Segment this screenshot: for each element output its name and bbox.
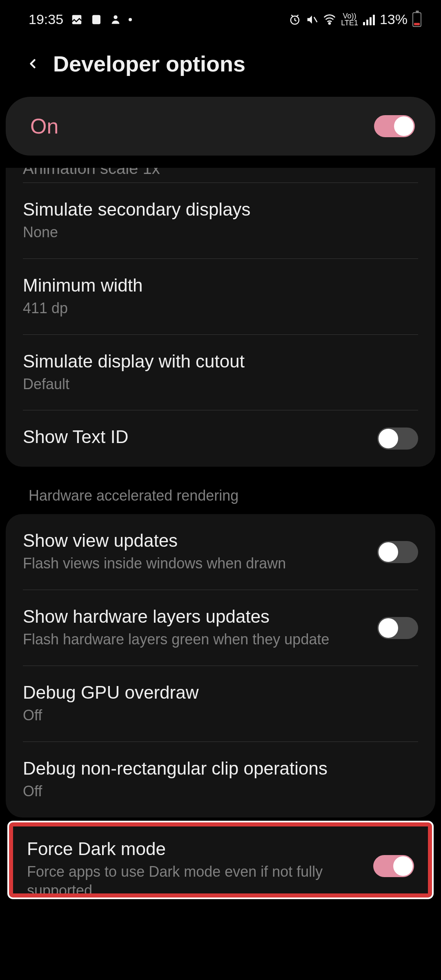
status-right: Vo)) LTE1 13% xyxy=(289,11,421,27)
item-subtitle: Flash hardware layers green when they up… xyxy=(23,630,369,649)
person-icon xyxy=(110,14,121,25)
toggle-force-dark-mode[interactable] xyxy=(373,855,414,877)
item-minimum-width[interactable]: Minimum width 411 dp xyxy=(6,259,435,334)
wifi-icon xyxy=(323,13,336,26)
toggle-show-view-updates[interactable] xyxy=(377,541,418,563)
toggle-show-text-id[interactable] xyxy=(377,428,418,450)
alarm-icon xyxy=(289,13,301,26)
item-subtitle: Off xyxy=(23,782,418,801)
highlighted-item-force-dark: Force Dark mode Force apps to use Dark m… xyxy=(9,822,432,898)
settings-card-1: Animation scale 1x Simulate secondary di… xyxy=(6,168,435,467)
item-show-view-updates[interactable]: Show view updates Flash views inside win… xyxy=(6,514,435,590)
settings-card-2: Show view updates Flash views inside win… xyxy=(6,514,435,817)
item-title: Show Text ID xyxy=(23,427,369,447)
item-show-hardware-layers[interactable]: Show hardware layers updates Flash hardw… xyxy=(6,590,435,666)
item-subtitle: Force apps to use Dark mode even if not … xyxy=(27,862,365,893)
item-title: Show view updates xyxy=(23,530,369,551)
item-subtitle: Flash views inside windows when drawn xyxy=(23,554,369,573)
status-bar: 19:35 Vo)) LTE1 13% xyxy=(0,0,441,39)
item-subtitle: 411 dp xyxy=(23,299,418,318)
back-icon[interactable] xyxy=(24,56,41,72)
item-debug-clip-operations[interactable]: Debug non-rectangular clip operations Of… xyxy=(6,742,435,817)
item-title: Simulate display with cutout xyxy=(23,351,418,372)
item-title: Show hardware layers updates xyxy=(23,606,369,627)
item-title: Debug non-rectangular clip operations xyxy=(23,758,418,779)
master-toggle[interactable] xyxy=(374,115,415,137)
truncated-item[interactable]: Animation scale 1x xyxy=(6,168,435,183)
item-title: Minimum width xyxy=(23,275,418,296)
item-title: Force Dark mode xyxy=(27,839,365,859)
item-title: Simulate secondary displays xyxy=(23,199,418,220)
item-title: Debug GPU overdraw xyxy=(23,682,418,703)
toggle-show-hardware-layers[interactable] xyxy=(377,617,418,639)
item-debug-gpu-overdraw[interactable]: Debug GPU overdraw Off xyxy=(6,666,435,742)
svg-rect-1 xyxy=(92,15,100,24)
svg-point-2 xyxy=(114,15,117,19)
status-left: 19:35 xyxy=(29,11,132,27)
gallery-icon xyxy=(71,13,83,26)
item-simulate-secondary-displays[interactable]: Simulate secondary displays None xyxy=(6,183,435,258)
battery-icon xyxy=(412,12,421,27)
master-toggle-label: On xyxy=(30,114,58,138)
page-title: Developer options xyxy=(53,51,245,76)
dot-icon xyxy=(129,18,132,21)
signal-icon xyxy=(363,14,375,25)
item-subtitle: Default xyxy=(23,375,418,394)
status-time: 19:35 xyxy=(29,11,63,27)
item-subtitle: Off xyxy=(23,706,418,725)
section-header-hw-rendering: Hardware accelerated rendering xyxy=(6,467,435,514)
item-simulate-display-cutout[interactable]: Simulate display with cutout Default xyxy=(6,335,435,410)
network-label: Vo)) LTE1 xyxy=(341,13,358,26)
item-subtitle: None xyxy=(23,223,418,242)
item-force-dark-mode[interactable]: Force Dark mode Force apps to use Dark m… xyxy=(13,826,428,893)
app-header: Developer options xyxy=(0,39,441,97)
notes-icon xyxy=(90,13,102,26)
svg-line-4 xyxy=(314,17,317,22)
item-show-text-id[interactable]: Show Text ID xyxy=(6,410,435,467)
mute-icon xyxy=(306,13,318,26)
battery-percent: 13% xyxy=(380,11,408,27)
master-toggle-row[interactable]: On xyxy=(6,97,435,156)
svg-point-5 xyxy=(329,22,330,24)
